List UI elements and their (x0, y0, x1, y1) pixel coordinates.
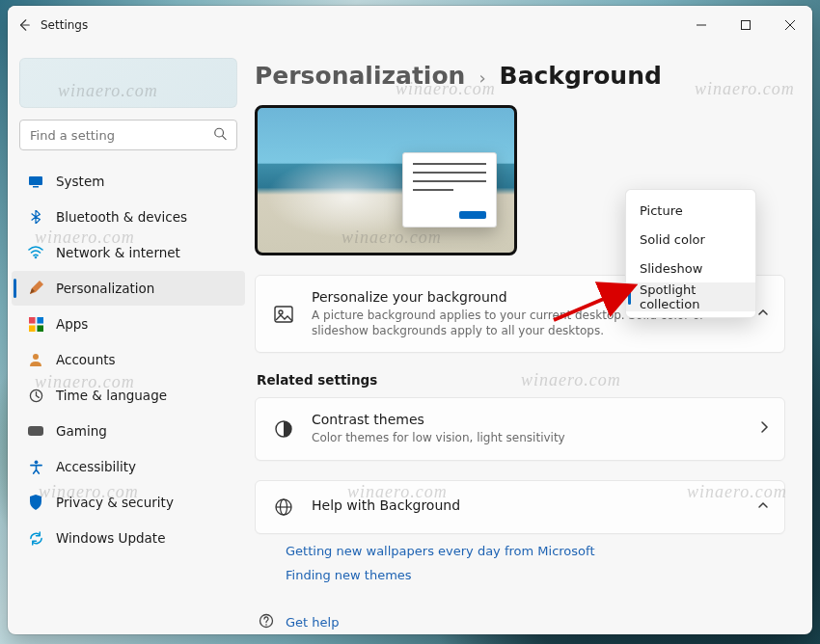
svg-rect-11 (37, 325, 43, 332)
user-tile[interactable] (19, 58, 237, 108)
contrast-title: Contrast themes (312, 412, 744, 427)
help-title: Help with Background (312, 497, 742, 513)
sidebar-item-personalization[interactable]: Personalization (12, 271, 245, 306)
sidebar-item-label: Personalization (56, 281, 154, 296)
sidebar-item-accounts[interactable]: Accounts (12, 342, 245, 377)
svg-rect-15 (275, 307, 292, 322)
apps-icon (27, 315, 44, 333)
maximize-icon (741, 20, 751, 30)
sidebar-nav: System Bluetooth & devices Network & int… (8, 164, 249, 555)
get-help-label: Get help (286, 615, 339, 630)
personalization-icon (27, 280, 44, 297)
svg-rect-2 (742, 21, 751, 30)
sidebar-item-gaming[interactable]: Gaming (12, 414, 245, 448)
sidebar-item-label: Gaming (56, 423, 107, 439)
sidebar-item-system[interactable]: System (12, 164, 245, 199)
accessibility-icon (27, 458, 44, 475)
chevron-right-icon: › (478, 67, 485, 88)
footer-links: Get help Give feedback (255, 613, 785, 634)
sidebar-item-label: Time & language (56, 388, 167, 403)
sidebar-item-apps[interactable]: Apps (12, 307, 245, 341)
back-button[interactable] (8, 6, 41, 44)
minimize-icon (697, 20, 706, 30)
svg-point-12 (33, 354, 39, 360)
breadcrumb: Personalization › Background (255, 62, 785, 90)
chevron-right-icon (759, 421, 769, 436)
sidebar-item-label: Network & internet (56, 245, 180, 260)
contrast-themes-card[interactable]: Contrast themes Color themes for low vis… (255, 397, 785, 460)
svg-rect-8 (29, 317, 36, 324)
update-icon (27, 529, 44, 547)
sidebar-item-label: Accounts (56, 352, 116, 367)
minimize-button[interactable] (679, 6, 724, 44)
picture-icon (271, 302, 296, 327)
svg-point-16 (279, 310, 283, 314)
sidebar-item-label: Bluetooth & devices (56, 209, 187, 225)
sidebar-item-accessibility[interactable]: Accessibility (12, 449, 245, 484)
svg-point-22 (265, 624, 267, 626)
privacy-icon (27, 494, 44, 511)
sidebar-item-time[interactable]: Time & language (12, 378, 245, 413)
sidebar-item-privacy[interactable]: Privacy & security (12, 485, 245, 520)
sidebar-item-update[interactable]: Windows Update (12, 521, 245, 555)
help-card[interactable]: Help with Background (255, 480, 785, 534)
arrow-left-icon (17, 18, 31, 32)
accounts-icon (27, 351, 44, 368)
background-type-dropdown[interactable]: Picture Solid color Slideshow Spotlight … (625, 189, 756, 318)
get-help-link[interactable]: Get help (259, 613, 785, 632)
globe-icon (271, 495, 296, 520)
preview-mock-window (402, 152, 497, 228)
related-settings-heading: Related settings (257, 372, 785, 388)
breadcrumb-current: Background (500, 62, 662, 90)
main-content: Personalization › Background Person (249, 44, 812, 634)
help-icon (259, 613, 274, 632)
svg-rect-10 (29, 325, 36, 332)
titlebar: Settings (8, 6, 812, 44)
sidebar-item-label: Apps (56, 316, 88, 332)
svg-rect-5 (29, 176, 42, 185)
help-link-wallpapers[interactable]: Getting new wallpapers every day from Mi… (286, 544, 783, 558)
contrast-desc: Color themes for low vision, light sensi… (312, 430, 744, 445)
dropdown-option-solid-color[interactable]: Solid color (626, 225, 755, 254)
bluetooth-icon (27, 208, 44, 226)
svg-point-14 (34, 460, 38, 464)
search-box[interactable] (19, 120, 237, 150)
svg-rect-6 (33, 186, 39, 188)
dropdown-option-picture[interactable]: Picture (626, 196, 755, 225)
dropdown-option-spotlight[interactable]: Spotlight collection (626, 282, 755, 311)
dropdown-option-slideshow[interactable]: Slideshow (626, 254, 755, 282)
wifi-icon (27, 244, 44, 261)
chevron-up-icon[interactable] (757, 499, 769, 514)
maximize-button[interactable] (724, 6, 768, 44)
window-controls (679, 6, 812, 44)
system-icon (27, 173, 44, 190)
sidebar-item-label: Windows Update (56, 530, 165, 546)
sidebar-item-network[interactable]: Network & internet (12, 235, 245, 270)
time-icon (27, 387, 44, 404)
search-input[interactable] (20, 122, 236, 148)
sidebar-item-label: System (56, 174, 104, 189)
svg-point-7 (35, 256, 38, 259)
sidebar-item-label: Accessibility (56, 459, 136, 474)
help-links: Getting new wallpapers every day from Mi… (255, 538, 785, 588)
app-title: Settings (41, 18, 88, 32)
contrast-icon (271, 416, 296, 442)
sidebar-item-label: Privacy & security (56, 495, 174, 510)
sidebar-item-bluetooth[interactable]: Bluetooth & devices (12, 200, 245, 234)
gaming-icon (27, 422, 44, 440)
settings-window: Settings (8, 6, 812, 634)
help-link-themes[interactable]: Finding new themes (286, 568, 783, 582)
sidebar: System Bluetooth & devices Network & int… (8, 44, 249, 634)
chevron-up-icon[interactable] (757, 307, 769, 321)
svg-rect-9 (37, 317, 43, 324)
close-icon (785, 20, 795, 30)
breadcrumb-parent[interactable]: Personalization (255, 62, 465, 90)
close-button[interactable] (768, 6, 812, 44)
desktop-preview (255, 105, 517, 255)
